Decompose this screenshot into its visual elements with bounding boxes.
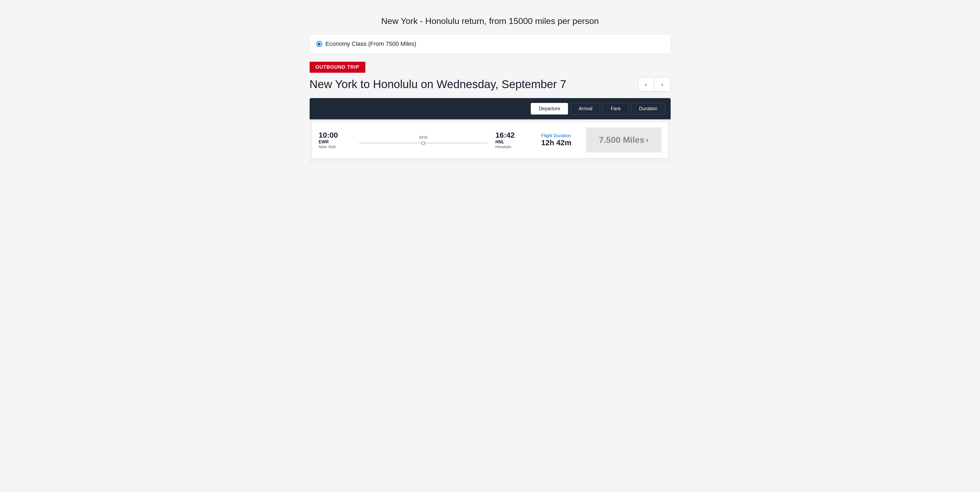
economy-class-radio[interactable]	[317, 41, 322, 47]
table-header: Departure Arrival Fare Duration	[310, 98, 671, 119]
page-container: New York - Honolulu return, from 15000 m…	[302, 5, 679, 168]
flight-line	[359, 141, 487, 145]
prev-date-button[interactable]: ‹	[638, 77, 654, 91]
flight-duration-label: Flight Duration	[541, 133, 582, 139]
outbound-section: OUTBOUND TRIP New York to Honolulu on We…	[310, 62, 671, 163]
flight-duration-value: 12h 42m	[541, 139, 582, 147]
flight-line-right	[425, 143, 487, 143]
fare-miles-text: 7.500 Miles	[599, 135, 644, 145]
sort-duration-button[interactable]: Duration	[631, 103, 665, 115]
duration-info: Flight Duration 12h 42m	[533, 133, 582, 147]
flight-line-left	[359, 143, 422, 143]
departure-info: 10:00 EWR New York	[319, 131, 351, 149]
date-nav-buttons: ‹ ›	[638, 77, 671, 92]
departure-city: New York	[319, 145, 351, 149]
flights-list: 10:00 EWR New York SFO	[310, 119, 671, 163]
trip-route-title: New York to Honolulu on Wednesday, Septe…	[310, 78, 566, 91]
fare-cell[interactable]: 7.500 Miles ›	[586, 127, 662, 153]
departure-time: 10:00	[319, 131, 351, 140]
arrival-city: Honolulu	[496, 145, 533, 149]
sort-fare-button[interactable]: Fare	[603, 103, 628, 115]
arrival-code: HNL	[496, 140, 533, 145]
outbound-trip-badge: OUTBOUND TRIP	[310, 62, 365, 73]
flight-info-left: 10:00 EWR New York SFO	[319, 131, 582, 149]
page-title: New York - Honolulu return, from 15000 m…	[310, 11, 671, 34]
economy-class-label: Economy Class (From 7500 Miles)	[326, 40, 416, 48]
radio-button-inner	[318, 43, 321, 46]
departure-code: EWR	[319, 140, 351, 145]
next-date-button[interactable]: ›	[654, 77, 670, 91]
class-selector-card[interactable]: Economy Class (From 7500 Miles)	[310, 34, 671, 54]
stopover-label: SFO	[419, 135, 427, 140]
flights-table-container: Departure Arrival Fare Duration 10:00 EW…	[310, 98, 671, 163]
fare-arrow-icon: ›	[646, 136, 649, 144]
stopover-dot	[422, 141, 425, 145]
flight-line-container: SFO	[351, 135, 496, 145]
arrival-time: 16:42	[496, 131, 533, 140]
trip-route-row: New York to Honolulu on Wednesday, Septe…	[310, 77, 671, 92]
sort-departure-button[interactable]: Departure	[531, 103, 568, 115]
sort-arrival-button[interactable]: Arrival	[571, 103, 600, 115]
table-row: 10:00 EWR New York SFO	[312, 122, 668, 158]
arrival-info: 16:42 HNL Honolulu	[496, 131, 533, 149]
